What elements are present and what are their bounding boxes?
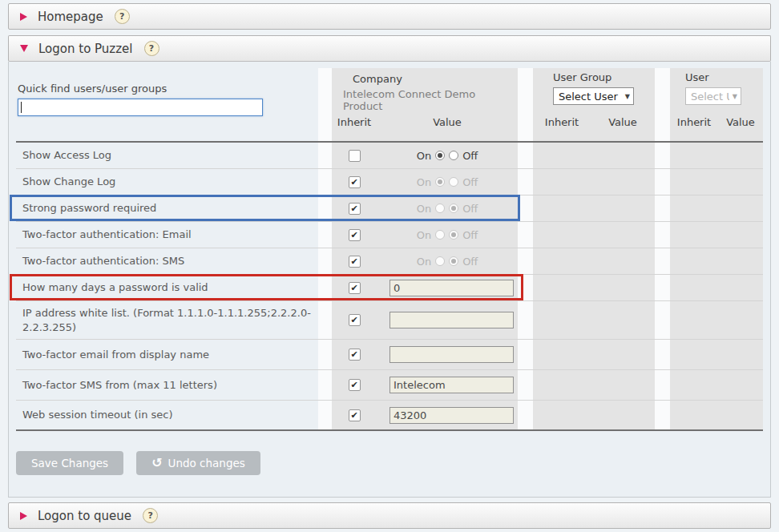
radio-on[interactable] [435, 230, 445, 240]
value-input[interactable] [390, 346, 514, 363]
user-group-select[interactable]: Select User ▼ [553, 87, 634, 105]
on-off-radio-group: OnOff [417, 229, 478, 241]
setting-label: IP address white list. (Format 1.1.1.0-1… [16, 306, 320, 334]
accordion-logon-puzzel[interactable]: Logon to Puzzel ? [8, 35, 771, 62]
setting-label: Two-factor authentication: Email [16, 228, 320, 242]
value-column-label: Value [377, 116, 518, 128]
inherit-checkbox[interactable]: ✔ [349, 349, 361, 361]
inherit-checkbox[interactable]: ✔ [349, 229, 361, 241]
expanded-arrow-icon [20, 45, 28, 52]
save-changes-button[interactable]: Save Changes [16, 451, 123, 475]
inherit-column-label: Inherit [670, 116, 718, 128]
company-cell: ✔OnOff [332, 222, 518, 248]
settings-row: Show Change Log✔OnOff [16, 169, 763, 195]
company-cell: ✔ [332, 275, 518, 300]
company-cell: ✔OnOff [332, 248, 518, 274]
inherit-checkbox[interactable]: ✔ [349, 282, 361, 294]
company-cell: ✔ [332, 401, 518, 429]
table-bottom-border [16, 429, 763, 431]
undo-button-label: Undo changes [168, 457, 245, 470]
radio-off[interactable] [449, 151, 458, 160]
radio-label-off: Off [462, 229, 478, 241]
user-title: User [685, 71, 763, 83]
value-input[interactable] [390, 377, 514, 393]
settings-row: Strong password required✔OnOff [16, 195, 763, 222]
settings-row: How many days a password is valid✔ [16, 275, 763, 301]
setting-label: Two-factor SMS from (max 11 letters) [16, 378, 320, 393]
help-icon[interactable]: ? [115, 9, 130, 24]
inherit-checkbox[interactable]: ✔ [349, 256, 361, 268]
settings-table-rows: Show Access LogOnOffShow Change Log✔OnOf… [16, 143, 763, 429]
radio-label-on: On [417, 229, 431, 241]
inherit-checkbox[interactable]: ✔ [349, 203, 361, 215]
user-group-column-header: User Group Select User ▼ Inherit Value [533, 68, 655, 83]
radio-off[interactable] [449, 204, 458, 213]
radio-off[interactable] [449, 256, 458, 266]
setting-label: Show Access Log [16, 148, 320, 163]
inherit-checkbox[interactable]: ✔ [349, 379, 361, 391]
radio-on[interactable] [435, 256, 445, 266]
setting-label: Two-factor email from display name [16, 348, 320, 362]
button-bar: Save Changes ↺ Undo changes [16, 451, 260, 475]
settings-row: Two-factor SMS from (max 11 letters)✔ [16, 370, 763, 401]
value-input[interactable] [390, 312, 514, 328]
user-column-header: User Select User ▼ Inherit Value [670, 68, 763, 83]
radio-label-off: Off [462, 176, 478, 188]
settings-row: Show Access LogOnOff [16, 143, 763, 169]
inherit-checkbox[interactable]: ✔ [349, 409, 361, 421]
company-cell: OnOff [332, 143, 518, 168]
quick-find-input[interactable] [18, 99, 263, 116]
settings-row: Two-factor authentication: Email✔OnOff [16, 222, 763, 248]
radio-off[interactable] [449, 230, 458, 240]
user-group-title: User Group [553, 71, 655, 83]
undo-icon: ↺ [151, 457, 162, 470]
value-column-label: Value [718, 116, 763, 128]
radio-label-on: On [417, 256, 431, 268]
help-icon[interactable]: ? [143, 508, 158, 523]
company-cell: ✔ [332, 340, 518, 369]
settings-row: Two-factor authentication: SMS✔OnOff [16, 248, 763, 275]
radio-label-off: Off [462, 256, 478, 268]
company-cell: ✔ [332, 370, 518, 400]
company-cell: ✔OnOff [332, 169, 518, 195]
settings-row: IP address white list. (Format 1.1.1.0-1… [16, 301, 763, 340]
help-icon[interactable]: ? [144, 41, 159, 56]
radio-label-on: On [417, 150, 431, 162]
collapsed-arrow-icon [20, 13, 27, 21]
accordion-homepage[interactable]: Homepage ? [8, 3, 771, 30]
value-input[interactable] [390, 407, 514, 424]
settings-row: Web session timeout (in sec)✔ [16, 401, 763, 429]
inherit-checkbox[interactable] [349, 150, 361, 162]
setting-label: Two-factor authentication: SMS [16, 254, 320, 268]
setting-label: How many days a password is valid [16, 280, 320, 295]
inherit-checkbox[interactable]: ✔ [349, 176, 361, 188]
logon-puzzel-panel: Quick find users/user groups Company Int… [8, 62, 771, 498]
radio-on[interactable] [435, 177, 445, 187]
inherit-checkbox[interactable]: ✔ [349, 314, 361, 326]
radio-off[interactable] [449, 177, 458, 187]
radio-on[interactable] [435, 151, 445, 160]
company-column-header: Company Intelecom Connect Demo Product I… [332, 68, 518, 112]
company-cell: ✔OnOff [332, 195, 518, 221]
chevron-down-icon: ▼ [625, 93, 630, 100]
radio-label-on: On [417, 176, 431, 188]
chevron-down-icon: ▼ [733, 93, 737, 100]
setting-label: Web session timeout (in sec) [16, 408, 320, 422]
value-input[interactable] [390, 280, 514, 296]
user-group-select-value: Select User [559, 91, 622, 103]
user-select[interactable]: Select User ▼ [685, 87, 741, 105]
radio-on[interactable] [435, 204, 445, 213]
setting-label: Show Change Log [16, 175, 320, 189]
on-off-radio-group: OnOff [417, 256, 478, 268]
accordion-title: Logon to queue [38, 509, 131, 523]
accordion-logon-queue[interactable]: Logon to queue ? [8, 502, 771, 529]
admin-settings-page: Homepage ? Logon to Puzzel ? Quick find … [0, 0, 779, 532]
company-title: Company [353, 73, 518, 85]
text-caret [21, 102, 22, 113]
on-off-radio-group: OnOff [417, 150, 478, 162]
accordion-title: Logon to Puzzel [38, 42, 133, 56]
radio-label-off: Off [462, 150, 478, 162]
accordion-title: Homepage [38, 10, 103, 24]
quick-find-label: Quick find users/user groups [18, 83, 167, 95]
undo-changes-button[interactable]: ↺ Undo changes [136, 451, 260, 475]
